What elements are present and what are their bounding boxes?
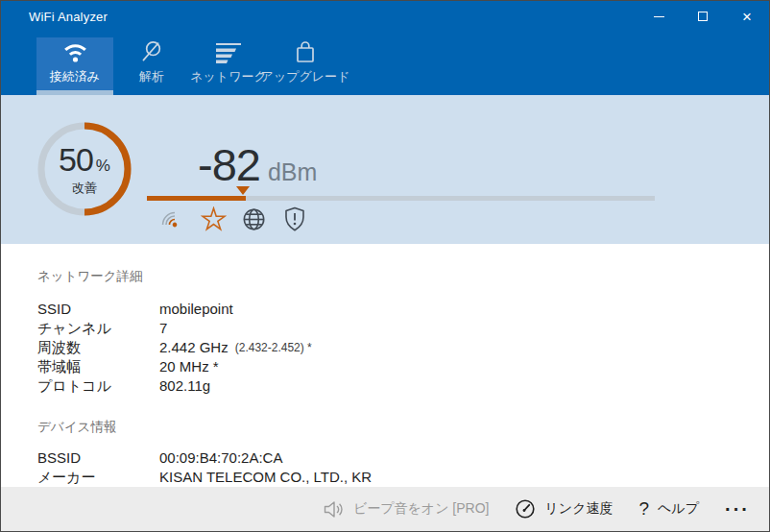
row-value: 2.442 GHz bbox=[159, 338, 229, 357]
more-icon: ··· bbox=[725, 504, 750, 514]
frequency-range-note: (2.432-2.452) * bbox=[235, 338, 312, 357]
maximize-icon bbox=[698, 12, 708, 21]
speaker-icon bbox=[323, 500, 345, 519]
row-label: 帯域幅 bbox=[37, 357, 159, 376]
window-controls: × bbox=[637, 1, 769, 32]
tab-analyze[interactable]: 解析 bbox=[113, 37, 190, 95]
row-label: チャンネル bbox=[37, 319, 159, 338]
star-icon[interactable] bbox=[201, 206, 227, 232]
minimize-icon bbox=[654, 16, 664, 17]
row-label: 周波数 bbox=[37, 338, 159, 357]
improvement-caption: 改善 bbox=[72, 180, 97, 197]
more-options-button[interactable]: ··· bbox=[725, 504, 750, 514]
tab-upgrade[interactable]: アップグレード bbox=[267, 37, 344, 95]
tab-connected[interactable]: 接続済み bbox=[36, 37, 113, 95]
maximize-button[interactable] bbox=[681, 1, 725, 32]
signal-arcs-icon bbox=[160, 206, 186, 232]
close-icon: × bbox=[742, 9, 752, 25]
improvement-gauge: 50 % 改善 bbox=[37, 122, 132, 216]
link-speed-button[interactable]: リンク速度 bbox=[515, 498, 613, 520]
signal-meter-marker bbox=[236, 186, 250, 195]
tab-connected-label: 接続済み bbox=[50, 68, 100, 85]
signal-meter-fill bbox=[147, 196, 246, 201]
improvement-percent-unit: % bbox=[96, 157, 110, 176]
beep-toggle-button[interactable]: ビープ音をオン [PRO] bbox=[323, 500, 490, 519]
network-details-table: SSID mobilepoint チャンネル 7 周波数 2.442 GHz (… bbox=[37, 300, 769, 396]
device-info-table: BSSID 00:09:B4:70:2A:CA メーカー KISAN TELEC… bbox=[37, 448, 769, 487]
table-row-bssid: BSSID 00:09:B4:70:2A:CA bbox=[37, 448, 769, 468]
row-label: メーカー bbox=[37, 468, 159, 487]
device-info-header: デバイス情報 bbox=[37, 421, 769, 434]
upgrade-bag-icon bbox=[294, 40, 317, 63]
wifi-icon bbox=[62, 40, 88, 63]
tab-analyze-label: 解析 bbox=[139, 68, 164, 85]
table-row-channel: チャンネル 7 bbox=[37, 319, 769, 338]
beep-toggle-label: ビープ音をオン [PRO] bbox=[353, 500, 490, 518]
row-label: BSSID bbox=[37, 448, 159, 468]
signal-meter-track bbox=[147, 196, 655, 201]
row-value: 00:09:B4:70:2A:CA bbox=[159, 448, 282, 468]
details-content: ネットワーク詳細 SSID mobilepoint チャンネル 7 周波数 2.… bbox=[1, 244, 769, 487]
row-value: KISAN TELECOM CO., LTD., KR bbox=[159, 468, 372, 487]
tab-upgrade-label: アップグレード bbox=[261, 68, 350, 85]
signal-summary-panel: 50 % 改善 -82 dBm bbox=[1, 95, 769, 244]
network-bars-icon bbox=[215, 40, 242, 63]
row-label: プロトコル bbox=[37, 376, 159, 396]
help-label: ヘルプ bbox=[658, 500, 699, 518]
command-bar: ビープ音をオン [PRO] リンク速度 ? ヘルプ ··· bbox=[1, 487, 769, 531]
status-icon-row bbox=[160, 206, 307, 232]
table-row-bandwidth: 帯域幅 20 MHz * bbox=[37, 357, 769, 376]
row-value: mobilepoint bbox=[159, 300, 233, 319]
tab-networks-label: ネットワーク bbox=[190, 68, 267, 85]
row-value: 802.11g bbox=[159, 376, 210, 396]
nav-tab-bar: 接続済み 解析 ネットワーク bbox=[1, 32, 769, 95]
titlebar: WiFi Analyzer × bbox=[1, 1, 769, 32]
table-row-protocol: プロトコル 802.11g bbox=[37, 376, 769, 396]
table-row-frequency: 周波数 2.442 GHz (2.432-2.452) * bbox=[37, 338, 769, 357]
shield-alert-icon bbox=[281, 206, 307, 232]
network-details-header: ネットワーク詳細 bbox=[37, 270, 769, 283]
table-row-ssid: SSID mobilepoint bbox=[37, 300, 769, 319]
wifi-analyzer-window: WiFi Analyzer × 接続済み bbox=[0, 0, 770, 532]
help-button[interactable]: ? ヘルプ bbox=[638, 498, 699, 520]
row-value: 20 MHz * bbox=[159, 357, 219, 376]
window-title: WiFi Analyzer bbox=[1, 10, 108, 24]
question-icon: ? bbox=[638, 498, 649, 520]
magnifier-icon bbox=[140, 40, 163, 63]
row-value: 7 bbox=[159, 319, 167, 338]
speedometer-icon bbox=[515, 498, 536, 520]
close-button[interactable]: × bbox=[725, 1, 769, 32]
link-speed-label: リンク速度 bbox=[544, 500, 613, 518]
minimize-button[interactable] bbox=[637, 1, 681, 32]
tab-networks[interactable]: ネットワーク bbox=[190, 37, 267, 95]
table-row-vendor: メーカー KISAN TELECOM CO., LTD., KR bbox=[37, 468, 769, 487]
dbm-unit: dBm bbox=[268, 160, 317, 184]
dbm-value: -82 bbox=[198, 142, 260, 187]
row-label: SSID bbox=[37, 300, 159, 319]
globe-icon bbox=[241, 206, 267, 232]
improvement-percent: 50 bbox=[59, 141, 93, 179]
signal-strength-readout: -82 dBm bbox=[198, 226, 317, 271]
